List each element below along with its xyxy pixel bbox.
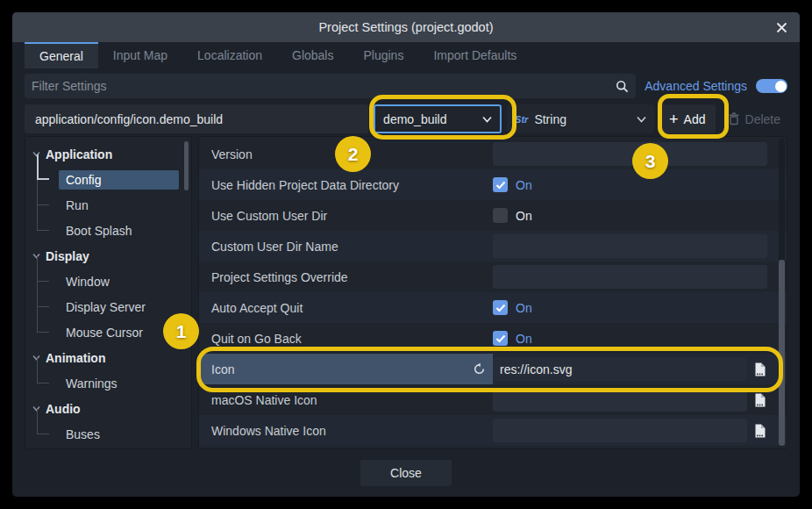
property-path-input[interactable]: application/config/icon.demo_build [25, 104, 368, 133]
tree-connector [37, 205, 49, 231]
titlebar: Project Settings (project.godot) [12, 12, 800, 42]
file-picker-button[interactable] [751, 393, 767, 407]
property-label: Use Hidden Project Data Directory [199, 178, 493, 192]
revert-icon[interactable] [473, 362, 486, 376]
delete-button[interactable]: Delete [721, 104, 787, 133]
tree-connector [37, 256, 49, 282]
file-picker-button[interactable] [751, 362, 767, 376]
property-row-windows-native-icon: Windows Native Icon [199, 415, 787, 446]
window-close-button[interactable] [773, 19, 789, 35]
property-label: Windows Native Icon [199, 424, 493, 438]
sidebar-item-display[interactable]: Display [25, 243, 191, 269]
tab-import-defaults[interactable]: Import Defaults [418, 42, 531, 68]
file-icon [754, 424, 766, 438]
custom-user-dir-name-input[interactable] [493, 234, 767, 258]
tree-connector [37, 307, 49, 333]
property-row-version: Version [199, 139, 787, 169]
property-label: Auto Accept Quit [199, 301, 493, 315]
property-label: Quit on Go Back [199, 332, 493, 346]
macos-native-icon-input[interactable] [493, 388, 747, 412]
property-row-project-settings-override: Project Settings Override [199, 262, 787, 292]
properties-panel: Version Use Hidden Project Data Director… [198, 136, 787, 449]
property-label: Use Custom User Dir [199, 209, 493, 223]
sidebar-item-application[interactable]: Application [25, 141, 191, 167]
field-value: res://icon.svg [500, 362, 572, 376]
property-row-use-hidden-project-data-directory: Use Hidden Project Data Directory On [199, 169, 787, 200]
property-label: Icon [211, 362, 473, 376]
trash-icon [728, 112, 740, 125]
on-label: On [516, 209, 532, 223]
sidebar-item-label: Window [59, 272, 179, 291]
sidebar-item-label: Animation [46, 351, 105, 365]
tab-input-map[interactable]: Input Map [98, 42, 182, 68]
advanced-settings-label: Advanced Settings [645, 79, 747, 93]
icon-path-input[interactable]: res://icon.svg [493, 357, 747, 381]
sidebar-item-buses[interactable]: Buses [25, 421, 191, 447]
file-picker-button[interactable] [751, 424, 767, 438]
annotation-badge-3: 3 [632, 143, 668, 179]
filter-settings-input[interactable]: Filter Settings [25, 74, 636, 98]
filter-row: Filter Settings Advanced Settings [25, 74, 787, 98]
property-row-icon: Icon res://icon.svg [199, 354, 787, 384]
sidebar-item-display-server[interactable]: Display Server [25, 294, 191, 319]
project-settings-dialog: Project Settings (project.godot) General… [12, 12, 800, 497]
tab-globals[interactable]: Globals [277, 42, 348, 68]
sidebar-item-label: Application [46, 147, 112, 161]
tab-plugins[interactable]: Plugins [348, 42, 418, 68]
icon-property-label-cell[interactable]: Icon [199, 354, 493, 384]
windows-native-icon-input[interactable] [493, 419, 747, 442]
property-row-macos-native-icon: macOS Native Icon [199, 384, 787, 415]
sidebar-item-config[interactable]: Config [25, 167, 191, 192]
checkbox-unchecked[interactable] [493, 208, 508, 223]
property-path-value: application/config/icon.demo_build [35, 112, 223, 126]
sidebar-item-label: Config [59, 170, 179, 190]
sidebar-item-audio[interactable]: Audio [25, 396, 191, 421]
plus-icon: + [669, 111, 679, 127]
on-label: On [516, 178, 532, 192]
on-label: On [516, 301, 532, 315]
on-label: On [516, 332, 532, 346]
property-row-use-custom-user-dir: Use Custom User Dir On [199, 200, 787, 231]
type-select[interactable]: Str String [507, 104, 654, 133]
sidebar-item-label: Display Server [59, 298, 179, 317]
sidebar-item-label: Display [46, 249, 89, 263]
checkbox-checked[interactable] [493, 177, 508, 192]
project-settings-override-input[interactable] [493, 265, 767, 289]
property-label: Project Settings Override [199, 270, 493, 284]
tab-bar: General Input Map Localization Globals P… [25, 42, 787, 68]
sidebar-item-label: Mouse Cursor [59, 323, 179, 342]
filter-placeholder: Filter Settings [32, 79, 616, 93]
property-row-auto-accept-quit: Auto Accept Quit On [199, 292, 787, 323]
sidebar-item-boot-splash[interactable]: Boot Splash [25, 218, 191, 243]
sidebar-item-run[interactable]: Run [25, 192, 191, 218]
file-icon [754, 393, 766, 407]
sidebar-item-label: Run [59, 196, 179, 215]
chevron-down-icon [637, 116, 646, 123]
sidebar-item-window[interactable]: Window [25, 269, 191, 294]
properties-scrollbar-thumb[interactable] [779, 260, 785, 446]
checkbox-checked[interactable] [493, 331, 508, 346]
tree-connector [37, 358, 49, 384]
feature-tag-select[interactable]: demo_build [374, 104, 502, 133]
annotation-badge-1: 1 [163, 313, 199, 349]
property-row-quit-on-go-back: Quit on Go Back On [199, 323, 787, 354]
property-label: Custom User Dir Name [199, 240, 493, 254]
add-button[interactable]: + Add [659, 104, 715, 133]
settings-tree-sidebar: Application Config Run Boot Splash Displ… [25, 136, 192, 449]
sidebar-scrollbar[interactable] [184, 141, 189, 190]
sidebar-item-label: Audio [46, 402, 81, 416]
add-property-row: application/config/icon.demo_build demo_… [25, 104, 787, 133]
tab-localization[interactable]: Localization [182, 42, 277, 68]
feature-tag-value: demo_build [383, 112, 482, 126]
version-input[interactable] [493, 142, 767, 166]
tab-general[interactable]: General [25, 42, 98, 68]
close-icon [776, 22, 787, 33]
sidebar-item-animation[interactable]: Animation [25, 345, 191, 370]
sidebar-item-warnings[interactable]: Warnings [25, 370, 191, 396]
advanced-settings-toggle[interactable] [756, 79, 787, 93]
close-button[interactable]: Close [360, 460, 452, 486]
delete-button-label: Delete [745, 112, 780, 126]
checkbox-checked[interactable] [493, 300, 508, 315]
toggle-knob [775, 81, 787, 92]
property-label: macOS Native Icon [199, 393, 493, 407]
